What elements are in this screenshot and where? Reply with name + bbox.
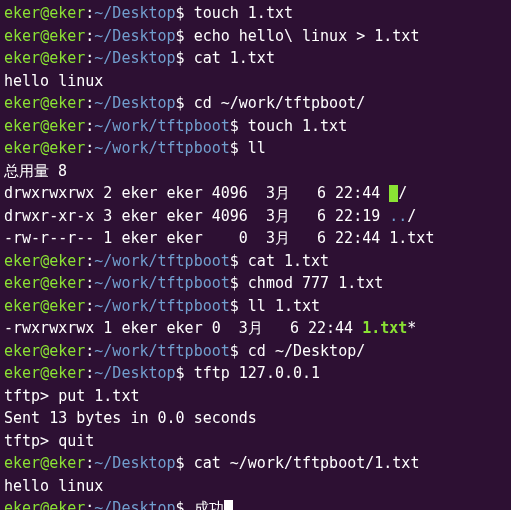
command: cd ~/Desktop/ bbox=[248, 342, 365, 360]
tftp-prompt: tftp> bbox=[4, 387, 58, 405]
cmd-line: eker@eker:~/work/tftpboot$ ll 1.txt bbox=[4, 295, 507, 318]
cmd-line: eker@eker:~/work/tftpboot$ cd ~/Desktop/ bbox=[4, 340, 507, 363]
tftp-line: tftp> put 1.txt bbox=[4, 385, 507, 408]
host: eker bbox=[49, 4, 85, 22]
cursor-icon bbox=[224, 500, 233, 510]
cmd-line: eker@eker:~/work/tftpboot$ ll bbox=[4, 137, 507, 160]
cursor-icon bbox=[389, 185, 398, 202]
ls-line: -rwxrwxrwx 1 eker eker 0 3月 6 22:44 1.tx… bbox=[4, 317, 507, 340]
output-line: Sent 13 bytes in 0.0 seconds bbox=[4, 407, 507, 430]
cmd-line: eker@eker:~/Desktop$ touch 1.txt bbox=[4, 2, 507, 25]
colon: : bbox=[85, 4, 94, 22]
path: ~/Desktop bbox=[94, 4, 175, 22]
command: ll 1.txt bbox=[248, 297, 320, 315]
tftp-command: put 1.txt bbox=[58, 387, 139, 405]
output-line: hello linux bbox=[4, 475, 507, 498]
output-line: hello linux bbox=[4, 70, 507, 93]
cmd-line: eker@eker:~/work/tftpboot$ cat 1.txt bbox=[4, 250, 507, 273]
cmd-line: eker@eker:~/Desktop$ echo hello\ linux >… bbox=[4, 25, 507, 48]
ls-line: -rw-r--r-- 1 eker eker 0 3月 6 22:44 1.tx… bbox=[4, 227, 507, 250]
ls-line: drwxrwxrwx 2 eker eker 4096 3月 6 22:44 / bbox=[4, 182, 507, 205]
command: chmod 777 1.txt bbox=[248, 274, 383, 292]
command: touch 1.txt bbox=[248, 117, 347, 135]
cmd-line: eker@eker:~/work/tftpboot$ touch 1.txt bbox=[4, 115, 507, 138]
cmd-line: eker@eker:~/work/tftpboot$ chmod 777 1.t… bbox=[4, 272, 507, 295]
command: tftp 127.0.0.1 bbox=[194, 364, 320, 382]
cmd-line: eker@eker:~/Desktop$ cd ~/work/tftpboot/ bbox=[4, 92, 507, 115]
output-line: 总用量 8 bbox=[4, 160, 507, 183]
dir-name: .. bbox=[389, 207, 407, 225]
exec-file: 1.txt bbox=[362, 319, 407, 337]
cmd-line: eker@eker:~/Desktop$ cat ~/work/tftpboot… bbox=[4, 452, 507, 475]
cmd-line: eker@eker:~/Desktop$ cat 1.txt bbox=[4, 47, 507, 70]
command: echo hello\ linux > 1.txt bbox=[194, 27, 420, 45]
cmd-line: eker@eker:~/Desktop$ 成功 bbox=[4, 497, 507, 510]
cmd-line: eker@eker:~/Desktop$ tftp 127.0.0.1 bbox=[4, 362, 507, 385]
dollar: $ bbox=[176, 4, 194, 22]
command: cat 1.txt bbox=[194, 49, 275, 67]
tftp-line: tftp> quit bbox=[4, 430, 507, 453]
terminal[interactable]: eker@eker:~/Desktop$ touch 1.txt eker@ek… bbox=[4, 2, 507, 510]
command: ll bbox=[248, 139, 266, 157]
user: eker bbox=[4, 4, 40, 22]
command: cat 1.txt bbox=[248, 252, 329, 270]
at-sign: @ bbox=[40, 4, 49, 22]
command: cat ~/work/tftpboot/1.txt bbox=[194, 454, 420, 472]
command: touch 1.txt bbox=[194, 4, 293, 22]
ls-line: drwxr-xr-x 3 eker eker 4096 3月 6 22:19 .… bbox=[4, 205, 507, 228]
command: cd ~/work/tftpboot/ bbox=[194, 94, 366, 112]
command: 成功 bbox=[194, 499, 224, 510]
tftp-command: quit bbox=[58, 432, 94, 450]
tftp-prompt: tftp> bbox=[4, 432, 58, 450]
